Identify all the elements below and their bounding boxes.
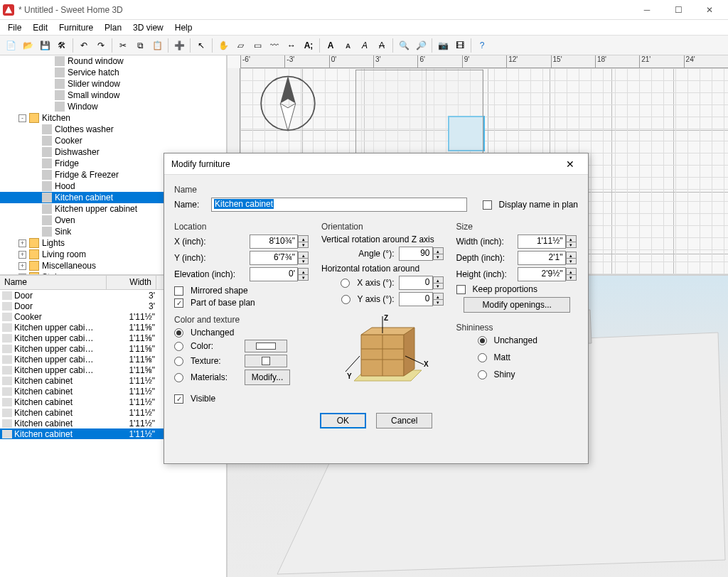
materials-modify-button[interactable]: Modify... — [245, 370, 290, 385]
svg-marker-5 — [404, 328, 414, 376]
angle-input[interactable]: 90 — [399, 247, 433, 261]
prefs-icon[interactable]: 🛠 — [54, 38, 70, 53]
name-input[interactable]: Kitchen cabinet — [211, 198, 467, 212]
menu-plan[interactable]: Plan — [100, 21, 127, 34]
text-small-icon[interactable]: ᴀ — [340, 38, 355, 53]
polyline-tool-icon[interactable]: 〰 — [267, 38, 282, 53]
keep-proportions-checkbox[interactable] — [456, 285, 466, 294]
text-tool-icon[interactable]: A; — [301, 38, 316, 53]
tree-expander-icon[interactable]: + — [18, 251, 26, 259]
wall-tool-icon[interactable]: ▱ — [232, 38, 248, 53]
height-spinner[interactable]: ▴▾ — [566, 268, 577, 281]
col-name-header[interactable]: Name — [0, 276, 107, 289]
ok-button[interactable]: OK — [320, 413, 366, 428]
text-italic-icon[interactable]: A — [357, 38, 373, 53]
materials-radio[interactable] — [174, 373, 183, 382]
baseplan-checkbox[interactable]: ✓ — [174, 298, 183, 308]
paste-icon[interactable]: 📋 — [149, 38, 165, 53]
open-icon[interactable]: 📂 — [20, 38, 36, 53]
furniture-icon — [42, 136, 52, 146]
angle-spinner[interactable]: ▴▾ — [433, 247, 444, 260]
depth-input[interactable]: 2'1" — [518, 251, 566, 265]
y-input[interactable]: 6'7¾" — [250, 251, 298, 265]
ruler-tick: -3' — [284, 55, 328, 68]
text-strike-icon[interactable]: A — [374, 38, 390, 53]
furniture-icon — [2, 291, 12, 300]
texture-radio[interactable] — [174, 357, 183, 366]
xaxis-input[interactable]: 0 — [399, 276, 433, 290]
cell-name: Kitchen upper cabi… — [14, 355, 105, 365]
mirrored-checkbox[interactable] — [174, 286, 183, 296]
display-name-checkbox[interactable] — [483, 200, 492, 210]
color-radio[interactable] — [174, 342, 183, 351]
cell-name: Kitchen cabinet — [14, 419, 105, 428]
help-icon[interactable]: ? — [474, 38, 490, 53]
color-unchanged-radio[interactable] — [174, 328, 183, 338]
height-input[interactable]: 2'9½" — [518, 267, 566, 281]
pan-tool-icon[interactable]: ✋ — [215, 38, 231, 53]
dialog-close-button[interactable]: ✕ — [560, 153, 581, 175]
text-bold-icon[interactable]: A — [323, 38, 338, 53]
color-swatch-button[interactable] — [245, 340, 287, 352]
tree-item[interactable]: Window — [0, 101, 226, 112]
redo-icon[interactable]: ↷ — [93, 38, 109, 53]
tree-expander-icon[interactable]: - — [18, 114, 26, 122]
zoom-out-icon[interactable]: 🔎 — [413, 38, 429, 53]
select-tool-icon[interactable]: ↖ — [193, 38, 209, 53]
cancel-button[interactable]: Cancel — [376, 413, 432, 428]
elevation-input[interactable]: 0' — [250, 267, 298, 281]
y-spinner[interactable]: ▴▾ — [298, 252, 309, 264]
furniture-icon — [55, 79, 65, 89]
tree-expander-icon[interactable]: + — [18, 262, 26, 270]
copy-icon[interactable]: ⧉ — [132, 38, 148, 53]
tree-item[interactable]: Clothes washer — [0, 124, 226, 135]
xaxis-spinner[interactable]: ▴▾ — [433, 276, 444, 289]
texture-swatch-button[interactable] — [245, 355, 287, 367]
menu-furniture[interactable]: Furniture — [54, 21, 98, 34]
x-input[interactable]: 8'10¾" — [250, 234, 298, 249]
depth-spinner[interactable]: ▴▾ — [566, 252, 577, 264]
furniture-icon — [2, 398, 12, 406]
shininess-matt-radio[interactable] — [478, 353, 487, 362]
minimize-button[interactable]: ─ — [631, 0, 663, 20]
modify-openings-button[interactable]: Modify openings... — [464, 297, 570, 313]
menu-help[interactable]: Help — [170, 21, 198, 34]
menu-file[interactable]: File — [3, 21, 26, 34]
tree-item[interactable]: Service hatch — [0, 67, 226, 78]
tree-expander-icon[interactable]: + — [18, 239, 26, 247]
room-tool-icon[interactable]: ▭ — [250, 38, 265, 53]
tree-item[interactable]: Round window — [0, 55, 226, 67]
width-input[interactable]: 1'11½" — [518, 234, 566, 249]
tree-item[interactable]: -Kitchen — [0, 112, 226, 124]
dimension-tool-icon[interactable]: ↔ — [284, 38, 299, 53]
undo-icon[interactable]: ↶ — [76, 38, 92, 53]
tree-item[interactable]: Cooker — [0, 135, 226, 146]
tree-expander-icon[interactable]: + — [18, 274, 26, 275]
visible-checkbox[interactable]: ✓ — [174, 394, 183, 404]
shininess-group-label: Shininess — [456, 323, 579, 333]
elevation-spinner[interactable]: ▴▾ — [298, 268, 309, 281]
tree-item[interactable]: Small window — [0, 90, 226, 101]
x-spinner[interactable]: ▴▾ — [298, 235, 309, 248]
menu-edit[interactable]: Edit — [28, 21, 53, 34]
zoom-in-icon[interactable]: 🔍 — [396, 38, 412, 53]
shininess-shiny-radio[interactable] — [478, 370, 487, 379]
save-icon[interactable]: 💾 — [37, 38, 53, 53]
add-furniture-icon[interactable]: ➕ — [171, 38, 187, 53]
menu-3d-view[interactable]: 3D view — [128, 21, 168, 34]
maximize-button[interactable]: ☐ — [663, 0, 694, 20]
yaxis-radio[interactable] — [341, 295, 350, 304]
yaxis-spinner[interactable]: ▴▾ — [433, 293, 444, 306]
tree-item[interactable]: Slider window — [0, 78, 226, 90]
col-width-header[interactable]: Width — [107, 276, 156, 289]
xaxis-radio[interactable] — [341, 279, 350, 288]
close-button[interactable]: ✕ — [694, 0, 725, 20]
photo-icon[interactable]: 📷 — [435, 38, 451, 53]
width-spinner[interactable]: ▴▾ — [566, 235, 577, 248]
horiz-rotation-label: Horizontal rotation around — [321, 264, 444, 274]
video-icon[interactable]: 🎞 — [452, 38, 468, 53]
shininess-unchanged-radio[interactable] — [478, 336, 487, 345]
cut-icon[interactable]: ✂ — [115, 38, 131, 53]
yaxis-input[interactable]: 0 — [399, 292, 433, 306]
new-icon[interactable]: 📄 — [3, 38, 18, 53]
